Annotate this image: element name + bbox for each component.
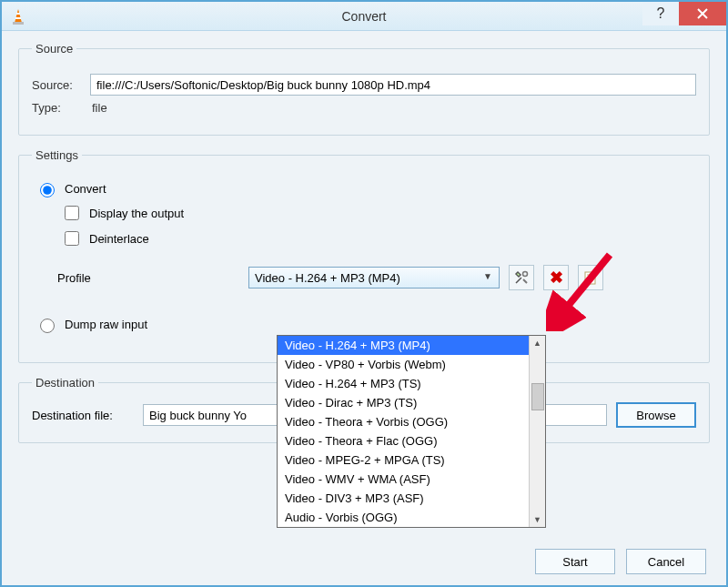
delete-profile-button[interactable]: ✖ [543,265,569,290]
delete-icon: ✖ [550,268,563,288]
svg-point-6 [593,272,597,276]
browse-button[interactable]: Browse [616,402,696,428]
profile-option[interactable]: Video - H.264 + MP3 (MP4) [278,336,529,355]
convert-radio[interactable]: Convert [35,180,696,197]
edit-profile-button[interactable] [509,265,534,290]
destination-file-label: Destination file: [32,409,134,422]
settings-group-label: Settings [32,148,82,162]
tools-icon [513,269,530,286]
dump-raw-label: Dump raw input [65,318,147,331]
help-button[interactable]: ? [642,2,679,25]
profile-option[interactable]: Video - MPEG-2 + MPGA (TS) [278,450,529,470]
scroll-thumb[interactable] [531,383,544,410]
close-button[interactable] [679,2,726,25]
vlc-cone-icon [9,7,27,25]
source-group: Source Source: Type: file [18,42,710,136]
profile-label: Profile [57,271,239,285]
profile-option[interactable]: Video - Theora + Vorbis (OGG) [278,412,529,431]
start-button[interactable]: Start [535,549,615,574]
convert-radio-input[interactable] [40,183,55,197]
new-profile-button[interactable] [578,265,603,290]
scroll-down-icon[interactable]: ▼ [530,512,545,527]
convert-dialog: Convert ? Source Source: Type: file Sett… [0,0,728,587]
source-input[interactable] [90,74,696,96]
display-output-checkbox-input[interactable] [65,206,79,220]
profile-option[interactable]: Video - DIV3 + MP3 (ASF) [278,489,529,508]
type-value: file [92,101,107,115]
profile-option[interactable]: Video - VP80 + Vorbis (Webm) [278,355,529,374]
destination-group-label: Destination [32,376,98,390]
svg-point-4 [523,272,528,277]
svg-rect-3 [15,17,21,19]
profile-selected-value: Video - H.264 + MP3 (MP4) [255,271,400,285]
cancel-button[interactable]: Cancel [626,549,706,574]
display-output-label: Display the output [89,207,184,220]
settings-group: Settings Convert Display the output Dein… [18,148,710,363]
deinterlace-checkbox-input[interactable] [65,231,79,246]
display-output-checkbox[interactable]: Display the output [61,203,696,223]
scroll-up-icon[interactable]: ▲ [530,336,545,350]
window-title: Convert [2,9,726,24]
deinterlace-checkbox[interactable]: Deinterlace [61,228,696,248]
dump-raw-radio[interactable]: Dump raw input [35,316,696,333]
profile-dropdown-list[interactable]: Video - H.264 + MP3 (MP4)Video - VP80 + … [277,335,546,528]
profile-option[interactable]: Video - Dirac + MP3 (TS) [278,393,529,412]
svg-marker-0 [15,9,22,23]
deinterlace-label: Deinterlace [89,232,149,246]
profile-option[interactable]: Video - Theora + Flac (OGG) [278,431,529,450]
profile-option[interactable]: Video - WMV + WMA (ASF) [278,470,529,489]
new-profile-icon [582,269,599,286]
dump-raw-radio-input[interactable] [40,319,55,333]
client-area: Source Source: Type: file Settings Conve… [2,31,726,585]
profile-option[interactable]: Video - H.264 + MP3 (TS) [278,374,529,393]
source-label: Source: [32,78,90,92]
dialog-footer: Start Cancel [535,549,706,574]
source-group-label: Source [32,42,76,56]
svg-rect-2 [16,13,20,15]
svg-rect-1 [13,22,24,25]
dropdown-scrollbar[interactable]: ▲ ▼ [529,336,545,527]
profile-combobox[interactable]: Video - H.264 + MP3 (MP4) ▼ [248,267,500,288]
titlebar: Convert ? [2,2,726,31]
convert-radio-label: Convert [65,182,106,196]
profile-option[interactable]: Audio - Vorbis (OGG) [278,508,529,527]
type-label: Type: [32,101,90,115]
chevron-down-icon: ▼ [480,271,495,281]
